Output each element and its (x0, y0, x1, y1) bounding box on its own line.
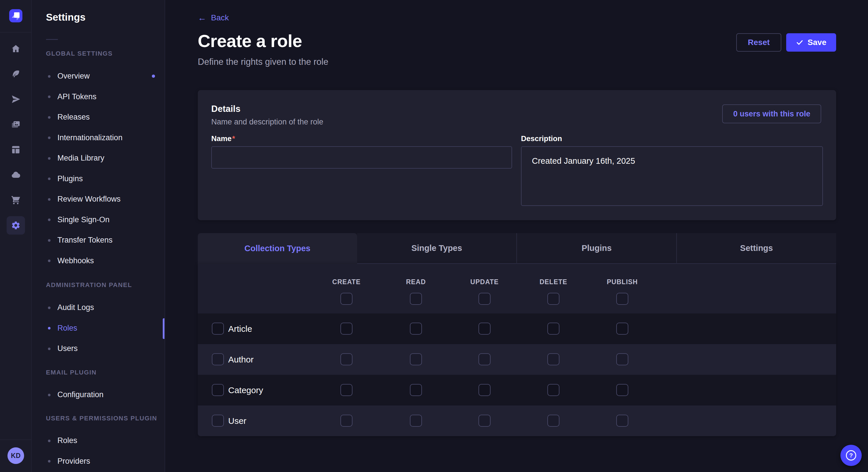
page-subtitle: Define the rights given to the role (198, 57, 329, 67)
section-label-email-plugin: EMAIL PLUGIN (46, 369, 96, 376)
bullet-icon (48, 198, 51, 201)
save-button[interactable]: Save (786, 33, 836, 52)
sidebar-item-providers[interactable]: Providers (32, 451, 165, 472)
sidebar-item-label: Roles (57, 436, 77, 445)
column-header-read: READ (406, 278, 426, 286)
sidebar-item-transfer-tokens[interactable]: Transfer Tokens (32, 230, 165, 250)
strapi-logo[interactable] (9, 9, 22, 22)
sidebar-title: Settings (46, 11, 86, 23)
cart-icon[interactable] (0, 195, 32, 205)
select-all-publish-checkbox[interactable] (616, 293, 628, 305)
permission-checkbox-create[interactable] (340, 384, 352, 396)
reset-button[interactable]: Reset (736, 33, 781, 52)
bullet-icon (48, 75, 51, 78)
permission-checkbox-create[interactable] (340, 323, 352, 335)
rail-divider (0, 440, 32, 440)
permission-checkbox-publish[interactable] (616, 353, 628, 365)
permission-checkbox-update[interactable] (478, 415, 491, 427)
media-library-icon[interactable] (0, 120, 32, 129)
select-row-checkbox[interactable] (212, 415, 224, 427)
bullet-icon (48, 136, 51, 139)
feather-icon[interactable] (0, 69, 32, 79)
administration-panel-list: Audit Logs Roles Users (32, 297, 165, 359)
select-row-checkbox[interactable] (212, 323, 224, 335)
required-asterisk: * (232, 134, 235, 143)
bullet-icon (48, 116, 51, 119)
permission-checkbox-delete[interactable] (547, 415, 559, 427)
sidebar-item-label: Roles (57, 324, 77, 333)
bullet-icon (48, 327, 51, 330)
permission-checkbox-create[interactable] (340, 415, 352, 427)
back-link[interactable]: ← Back (198, 13, 229, 22)
permission-checkbox-publish[interactable] (616, 415, 628, 427)
select-all-create-checkbox[interactable] (340, 293, 352, 305)
tab-settings[interactable]: Settings (676, 233, 836, 264)
sidebar-item-overview[interactable]: Overview (32, 66, 165, 87)
sidebar-item-review-workflows[interactable]: Review Workflows (32, 189, 165, 210)
table-row-article: Article (198, 313, 836, 344)
permission-checkbox-delete[interactable] (547, 323, 559, 335)
users-with-role-button[interactable]: 0 users with this role (722, 104, 821, 123)
sidebar-item-api-tokens[interactable]: API Tokens (32, 87, 165, 107)
permission-checkbox-read[interactable] (410, 415, 422, 427)
permission-checkbox-publish[interactable] (616, 384, 628, 396)
help-button[interactable]: ? (840, 445, 862, 466)
permission-checkbox-update[interactable] (478, 384, 491, 396)
name-field[interactable] (211, 146, 512, 169)
sidebar-item-internationalization[interactable]: Internationalization (32, 128, 165, 148)
table-row-author: Author (198, 344, 836, 375)
sidebar-item-audit-logs[interactable]: Audit Logs (32, 297, 165, 318)
avatar[interactable]: KD (7, 447, 24, 464)
tab-single-types[interactable]: Single Types (357, 233, 516, 264)
bullet-icon (48, 157, 51, 160)
permission-checkbox-publish[interactable] (616, 323, 628, 335)
select-all-delete-checkbox[interactable] (547, 293, 559, 305)
sidebar-item-media-library[interactable]: Media Library (32, 148, 165, 169)
tab-collection-types[interactable]: Collection Types (198, 233, 357, 264)
select-all-update-checkbox[interactable] (478, 293, 491, 305)
sidebar-item-label: Internationalization (57, 133, 123, 142)
bullet-icon (48, 347, 51, 350)
bullet-icon (48, 307, 51, 309)
sidebar-item-configuration[interactable]: Configuration (32, 384, 165, 405)
permission-checkbox-update[interactable] (478, 353, 491, 365)
sidebar-item-label: Media Library (57, 154, 104, 163)
back-arrow-icon: ← (198, 13, 206, 22)
section-label-administration-panel: ADMINISTRATION PANEL (46, 281, 132, 289)
question-mark-icon: ? (846, 450, 856, 461)
column-header-delete: DELETE (539, 278, 567, 286)
page-title: Create a role (198, 31, 302, 51)
rail-divider (0, 32, 32, 32)
description-field[interactable]: Created January 16th, 2025 (521, 146, 823, 206)
sidebar-item-roles-up[interactable]: Roles (32, 430, 165, 451)
permission-checkbox-read[interactable] (410, 353, 422, 365)
settings-gear-icon[interactable] (7, 216, 25, 235)
permission-checkbox-read[interactable] (410, 323, 422, 335)
sidebar-item-users[interactable]: Users (32, 338, 165, 359)
permission-checkbox-create[interactable] (340, 353, 352, 365)
permissions-panel: CREATE READ UPDATE DELETE PUBLISH Articl… (198, 264, 836, 436)
home-icon[interactable] (0, 44, 32, 54)
description-label: Description (521, 134, 562, 143)
permission-checkbox-update[interactable] (478, 323, 491, 335)
row-label: Category (228, 385, 263, 395)
section-label-global-settings: GLOBAL SETTINGS (46, 50, 113, 57)
cloud-icon[interactable] (0, 170, 32, 180)
sidebar-item-single-sign-on[interactable]: Single Sign-On (32, 210, 165, 230)
permission-checkbox-read[interactable] (410, 384, 422, 396)
sidebar-item-releases[interactable]: Releases (32, 107, 165, 128)
send-icon[interactable] (0, 94, 32, 104)
permission-checkbox-delete[interactable] (547, 384, 559, 396)
details-subtitle: Name and description of the role (211, 117, 323, 127)
column-header-create: CREATE (332, 278, 361, 286)
select-row-checkbox[interactable] (212, 353, 224, 365)
sidebar-item-webhooks[interactable]: Webhooks (32, 250, 165, 271)
permission-checkbox-delete[interactable] (547, 353, 559, 365)
back-label: Back (211, 13, 229, 22)
sidebar-item-roles-admin[interactable]: Roles (32, 318, 165, 339)
layout-icon[interactable] (0, 145, 32, 155)
select-row-checkbox[interactable] (212, 384, 224, 396)
select-all-read-checkbox[interactable] (410, 293, 422, 305)
sidebar-item-plugins[interactable]: Plugins (32, 169, 165, 189)
tab-plugins[interactable]: Plugins (516, 233, 676, 264)
